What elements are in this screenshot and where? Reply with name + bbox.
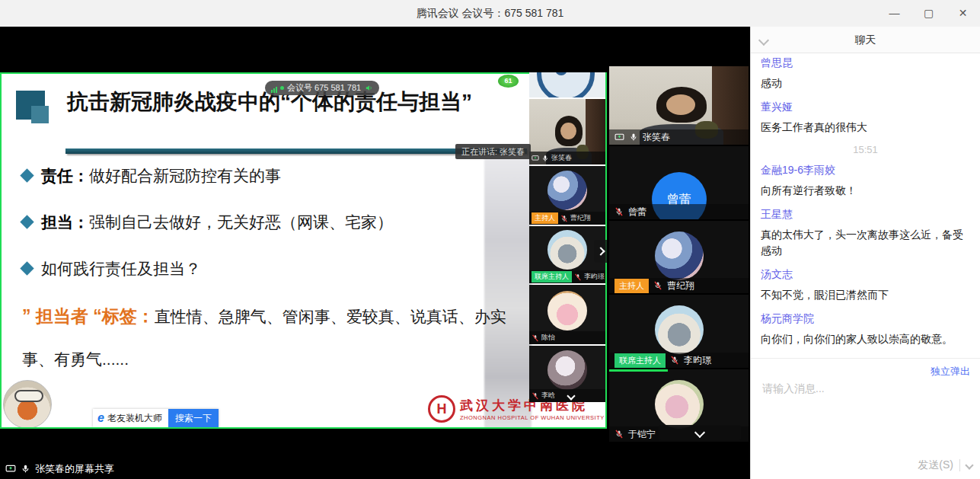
participant-name: 曹纪翔	[667, 279, 694, 292]
avatar	[547, 350, 587, 390]
slide-tagline: ” 担当者 “标签：直性情、急脾气、管闲事、爱较真、说真话、办实事、有勇气...…	[22, 295, 521, 381]
chat-message: 感动	[761, 75, 970, 91]
mic-muted-icon	[560, 215, 568, 222]
participant-name: 陈怡	[541, 333, 555, 343]
cohost-badge: 联席主持人	[531, 271, 572, 283]
diamond-bullet-icon	[20, 215, 34, 228]
inshare-tile-lihan: 李晗	[529, 346, 605, 402]
participant-name: 李昀璟	[684, 354, 711, 367]
window-titlebar: 腾讯会议 会议号：675 581 781 — ▢ ✕	[0, 0, 980, 27]
chat-message: 不知不觉，眼泪已潸然而下	[761, 287, 970, 303]
divider	[959, 459, 960, 471]
maximize-button[interactable]: ▢	[911, 0, 946, 27]
signal-bars-icon	[271, 84, 278, 93]
chat-sender: 董兴娅	[761, 99, 970, 114]
chat-timestamp: 15:51	[761, 145, 970, 155]
chat-sender: 王星慧	[761, 206, 970, 222]
chevron-down-icon	[567, 391, 575, 400]
message-input[interactable]	[761, 382, 969, 395]
send-options-chevron-icon[interactable]	[965, 461, 973, 469]
bullet-body: 强制自己去做好，无关好恶（网课、宅家）	[89, 213, 393, 231]
chat-panel: 曾思昆 感动 董兴娅 医务工作者真的很伟大 15:51 金融19-6李雨姣 向所…	[750, 27, 980, 479]
strip-expand-arrow	[594, 240, 607, 263]
mic-on-icon	[21, 464, 30, 474]
slide-bullet-1: 责任：做好配合新冠防控有关的事	[22, 165, 525, 187]
avatar	[547, 230, 587, 270]
chat-sender: 曾思昆	[761, 55, 970, 70]
meeting-stage: 抗击新冠肺炎战疫中的“个体的责任与担当” 责任：做好配合新冠防控有关的事 担当：…	[0, 27, 750, 479]
share-border-fragment	[609, 369, 668, 372]
browser-e-icon: e	[93, 411, 107, 425]
participant-name: 于铠宁	[628, 428, 656, 441]
inshare-tile-chenyi: 陈怡	[529, 285, 605, 344]
tagline-head: ” 担当者 “标签：	[22, 306, 155, 326]
bullet-body: 做好配合新冠防控有关的事	[89, 167, 281, 184]
share-status-label: 张笑春的屏幕共享	[35, 462, 114, 476]
medical-photo	[484, 158, 531, 429]
minimize-button[interactable]: —	[877, 0, 911, 27]
chat-header: 聊天	[751, 27, 980, 53]
inshare-tile-caojixiang: 主持人 曹纪翔	[529, 166, 605, 225]
cohost-badge: 联席主持人	[614, 353, 666, 368]
status-dot-icon	[280, 86, 284, 90]
participant-count-badge: 61	[498, 75, 519, 88]
popout-link[interactable]: 独立弹出	[931, 365, 970, 378]
participant-name: 张笑春	[643, 131, 670, 144]
window-title: 腾讯会议 会议号：675 581 781	[0, 0, 980, 27]
search-button: 搜索一下	[168, 409, 219, 427]
bullet-head: 担当：	[41, 213, 89, 231]
slide-bullet-2: 担当：强制自己去做好，无关好恶（网课、宅家）	[22, 212, 525, 233]
chat-sender: 金融19-6李雨姣	[761, 162, 970, 177]
inshare-partial-tile	[529, 72, 605, 97]
speaker-icon	[365, 84, 373, 92]
video-tile-yukaining[interactable]: 于铠宁	[609, 369, 749, 442]
participant-name: 曾蕾	[628, 206, 646, 219]
video-tile-zhangxiaochun[interactable]: 张笑春	[609, 66, 749, 145]
search-widget: e 老友装机大师 搜索一下	[93, 409, 219, 427]
slide-bullet-3: 如何践行责任及担当？	[22, 258, 525, 279]
mic-on-icon	[541, 155, 549, 162]
mic-muted-icon	[653, 281, 662, 290]
search-engine-label: 老友装机大师	[107, 412, 168, 425]
close-button[interactable]: ✕	[946, 0, 980, 27]
chat-message: 医务工作者真的很伟大	[761, 120, 970, 136]
participant-name: 曹纪翔	[570, 213, 591, 223]
chat-message: 真的太伟大了，头一次离故事这么近，备受感动	[761, 227, 970, 259]
chat-message: 向所有逆行者致敬！	[761, 183, 970, 199]
hospital-h-icon: H	[428, 395, 455, 423]
mic-muted-icon	[531, 392, 539, 400]
send-button[interactable]: 发送(S)	[918, 458, 953, 472]
university-seal-icon	[537, 72, 595, 97]
chat-message: 向你们，向你们的家人致以崇高的敬意。	[761, 331, 970, 347]
avatar	[547, 171, 587, 210]
slide-deco-square-light	[31, 106, 49, 123]
mic-muted-icon	[574, 273, 582, 281]
video-tile-liyunjing[interactable]: 联席主持人 李昀璟	[609, 295, 749, 368]
mic-muted-icon	[614, 207, 624, 216]
participant-name: 李晗	[541, 391, 555, 401]
avatar	[547, 291, 587, 331]
collapse-strip-button[interactable]	[659, 425, 741, 440]
chat-sender: 杨元商学院	[761, 311, 970, 326]
bullet-head: 责任：	[41, 167, 89, 184]
diamond-bullet-icon	[20, 168, 34, 182]
avatar	[655, 232, 704, 280]
mic-on-icon	[629, 133, 638, 142]
chat-sender: 汤文志	[761, 267, 970, 282]
sketch-avatar	[3, 380, 52, 429]
bullet-body: 如何践行责任及担当？	[41, 260, 201, 277]
chat-messages: 曾思昆 感动 董兴娅 医务工作者真的很伟大 15:51 金融19-6李雨姣 向所…	[751, 47, 980, 366]
mic-muted-icon	[614, 430, 624, 439]
meeting-id-pill: 会议号 675 581 781	[265, 81, 379, 95]
video-tile-zenglei[interactable]: 曾蕾 曾蕾	[609, 146, 749, 219]
mic-muted-icon	[670, 356, 679, 365]
inshare-tile-video: 张笑春	[529, 99, 605, 164]
video-tile-caojixiang[interactable]: 主持人 曹纪翔	[609, 221, 749, 293]
diamond-bullet-icon	[20, 261, 34, 275]
share-status-bar: 张笑春的屏幕共享	[0, 458, 750, 479]
chat-footer: 独立弹出 发送(S)	[751, 358, 980, 479]
shared-screen: 抗击新冠肺炎战疫中的“个体的责任与担当” 责任：做好配合新冠防控有关的事 担当：…	[0, 72, 607, 429]
host-badge: 主持人	[614, 279, 649, 293]
participant-name: 张笑春	[551, 153, 572, 163]
screen-share-icon	[5, 464, 16, 474]
